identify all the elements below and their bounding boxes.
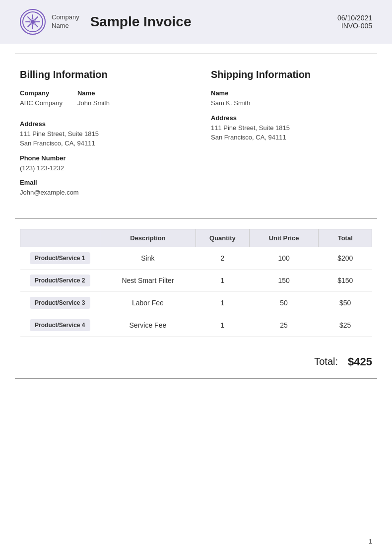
- billing-company-label: Company: [20, 89, 63, 97]
- table-row: Product/Service 2 Nest Smart Filter 1 15…: [20, 269, 372, 291]
- header-left: Company Name Sample Invoice: [20, 9, 192, 35]
- invoice-title: Sample Invoice: [90, 14, 192, 30]
- billing-name-field: Name John Smith: [77, 89, 110, 114]
- table-row: Product/Service 3 Labor Fee 1 50 $50: [20, 291, 372, 314]
- billing-title: Billing Information: [20, 69, 181, 80]
- product-label: Product/Service 1: [30, 252, 90, 264]
- invoice-date: 06/10/2021: [337, 14, 372, 22]
- company-logo: [20, 9, 46, 35]
- shipping-address-value: 111 Pine Street, Suite 1815 San Francisc…: [211, 123, 372, 142]
- shipping-section: Shipping Information Name Sam K. Smith A…: [201, 69, 372, 204]
- svg-point-2: [31, 20, 35, 24]
- unit-price-cell: 50: [249, 291, 319, 314]
- info-section: Billing Information Company ABC Company …: [0, 54, 392, 218]
- quantity-cell: 1: [196, 269, 250, 291]
- svg-line-7: [28, 17, 31, 20]
- description-cell: Sink: [100, 247, 196, 269]
- shipping-name-value: Sam K. Smith: [211, 98, 372, 108]
- table-body: Product/Service 1 Sink 2 100 $200 Produc…: [20, 247, 372, 336]
- table-row: Product/Service 1 Sink 2 100 $200: [20, 247, 372, 269]
- invoice-number: INVO-005: [337, 22, 372, 30]
- col-header-description: Description: [100, 229, 196, 247]
- invoice-table: Description Quantity Unit Price Total Pr…: [20, 229, 372, 337]
- total-label: Total:: [314, 356, 338, 367]
- description-cell: Nest Smart Filter: [100, 269, 196, 291]
- product-label-cell: Product/Service 1: [20, 247, 100, 269]
- company-name: Company Name: [52, 13, 79, 30]
- bottom-divider: [15, 378, 377, 379]
- svg-line-10: [28, 24, 31, 27]
- billing-company-field: Company ABC Company: [20, 89, 63, 114]
- billing-name-label: Name: [77, 89, 110, 97]
- svg-line-8: [35, 24, 38, 27]
- quantity-cell: 1: [196, 314, 250, 336]
- billing-email-label: Email: [20, 179, 181, 186]
- product-label-cell: Product/Service 2: [20, 269, 100, 291]
- table-row: Product/Service 4 Service Fee 1 25 $25: [20, 314, 372, 336]
- header: Company Name Sample Invoice 06/10/2021 I…: [0, 0, 392, 44]
- total-cell: $25: [319, 314, 372, 336]
- billing-address-value: 111 Pine Street, Suite 1815 San Francisc…: [20, 129, 181, 148]
- table-header: Description Quantity Unit Price Total: [20, 229, 372, 247]
- quantity-cell: 1: [196, 291, 250, 314]
- shipping-name-label: Name: [211, 89, 372, 97]
- total-cell: $150: [319, 269, 372, 291]
- billing-phone-value: (123) 123-1232: [20, 163, 181, 173]
- quantity-cell: 2: [196, 247, 250, 269]
- billing-name-value: John Smith: [77, 98, 110, 108]
- product-label-cell: Product/Service 3: [20, 291, 100, 314]
- product-label-cell: Product/Service 4: [20, 314, 100, 336]
- col-header-product: [20, 229, 100, 247]
- total-row: Total: $425: [0, 347, 392, 373]
- total-cell: $200: [319, 247, 372, 269]
- product-label: Product/Service 4: [30, 319, 90, 331]
- billing-company-value: ABC Company: [20, 98, 63, 108]
- billing-section: Billing Information Company ABC Company …: [20, 69, 201, 204]
- unit-price-cell: 25: [249, 314, 319, 336]
- billing-inline-fields: Company ABC Company Name John Smith: [20, 89, 181, 114]
- header-right: 06/10/2021 INVO-005: [337, 14, 372, 30]
- col-header-quantity: Quantity: [196, 229, 250, 247]
- page-number: 1: [369, 538, 372, 545]
- description-cell: Service Fee: [100, 314, 196, 336]
- col-header-total: Total: [319, 229, 372, 247]
- billing-address-label: Address: [20, 120, 181, 128]
- shipping-title: Shipping Information: [211, 69, 372, 80]
- logo-icon: [22, 11, 44, 33]
- billing-email-value: John@example.com: [20, 188, 181, 198]
- total-cell: $50: [319, 291, 372, 314]
- table-section: Description Quantity Unit Price Total Pr…: [0, 219, 392, 347]
- product-label: Product/Service 2: [30, 275, 90, 286]
- unit-price-cell: 150: [249, 269, 319, 291]
- unit-price-cell: 100: [249, 247, 319, 269]
- description-cell: Labor Fee: [100, 291, 196, 314]
- shipping-address-label: Address: [211, 114, 372, 122]
- col-header-unit-price: Unit Price: [249, 229, 319, 247]
- billing-phone-label: Phone Number: [20, 154, 181, 162]
- total-amount: $425: [348, 355, 372, 368]
- product-label: Product/Service 3: [30, 297, 90, 309]
- svg-line-9: [35, 17, 38, 20]
